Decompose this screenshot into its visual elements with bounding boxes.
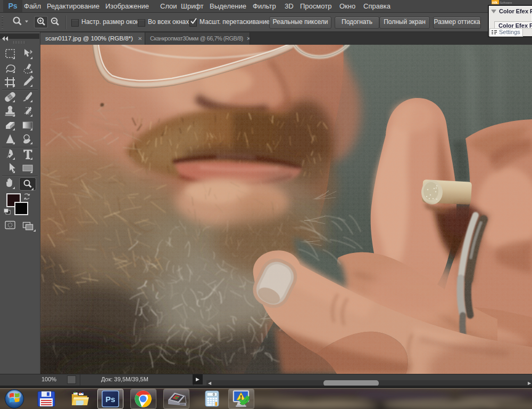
svg-text:0: 0	[213, 393, 215, 397]
svg-text:Ps: Ps	[105, 395, 115, 404]
